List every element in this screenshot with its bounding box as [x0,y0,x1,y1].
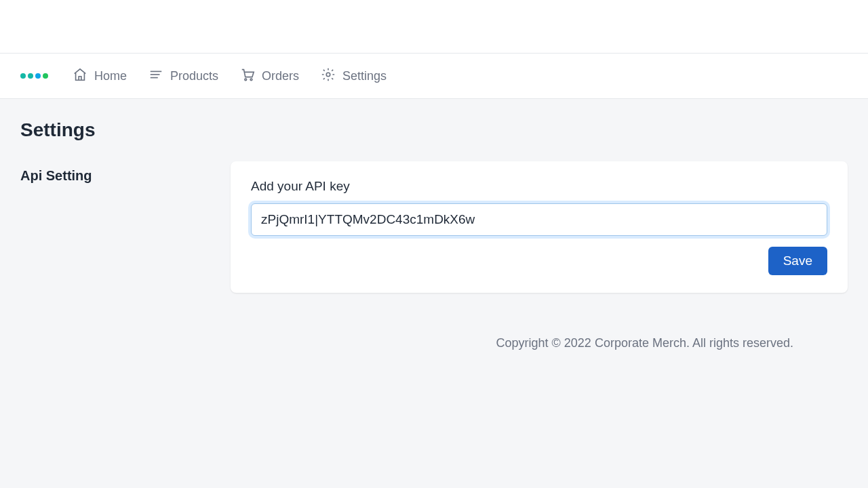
svg-point-3 [245,78,247,80]
logo[interactable] [20,73,48,79]
logo-dot [28,73,33,79]
nav-label: Settings [342,69,387,83]
nav-label: Orders [262,69,299,83]
api-key-label: Add your API key [251,179,827,194]
nav-label: Products [170,69,218,83]
logo-dot [43,73,48,79]
nav-settings[interactable]: Settings [321,67,387,85]
section-label: Api Setting [20,161,231,184]
save-button[interactable]: Save [768,247,827,275]
gear-icon [321,67,336,85]
card-actions: Save [251,247,827,275]
settings-row: Api Setting Add your API key Save [20,161,848,293]
api-settings-card: Add your API key Save [231,161,848,293]
page-title: Settings [20,119,848,141]
nav-label: Home [94,69,127,83]
footer: Copyright © 2022 Corporate Merch. All ri… [20,336,848,350]
home-icon [73,67,87,85]
nav-orders[interactable]: Orders [240,67,299,85]
cart-icon [240,67,255,85]
list-icon [149,67,163,85]
nav-home[interactable]: Home [73,67,127,85]
copyright-text: Copyright © 2022 Corporate Merch. All ri… [496,336,793,350]
api-key-input[interactable] [251,203,827,236]
main-nav: Home Products Orders Settings [0,53,868,99]
svg-point-5 [326,73,330,77]
logo-dot [20,73,26,79]
top-spacer [0,0,868,53]
nav-products[interactable]: Products [149,67,218,85]
content-area: Settings Api Setting Add your API key Sa… [0,99,868,371]
svg-point-4 [250,78,252,80]
logo-dot [35,73,41,79]
